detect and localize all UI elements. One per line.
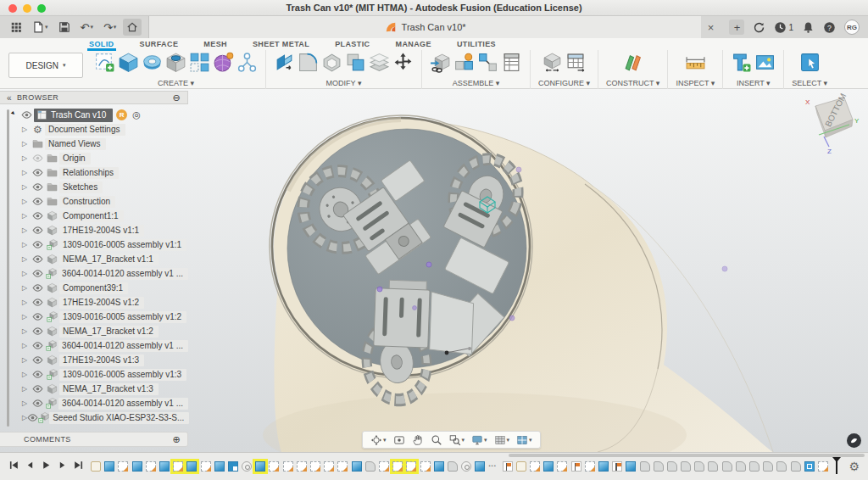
tree-item-label[interactable]: NEMA_17_Bracket v1:3: [59, 383, 159, 395]
timeline-feature-fillet[interactable]: [681, 461, 691, 472]
ribbon-group-label[interactable]: INSPECT ▾: [676, 79, 715, 87]
visibility-eye-icon[interactable]: [31, 210, 45, 221]
expand-arrow-icon[interactable]: ▷: [22, 255, 31, 263]
tree-item-label[interactable]: 1309-0016-0005 assembly v1:3: [59, 369, 186, 381]
visibility-eye-icon[interactable]: [31, 311, 45, 322]
expand-arrow-icon[interactable]: ▷: [22, 154, 31, 162]
timeline-feature-sketch[interactable]: [118, 461, 128, 472]
tree-item-label[interactable]: Named Views: [45, 138, 106, 150]
tree-row[interactable]: ▷3604-0014-0120 assembly v1 ...: [0, 266, 188, 281]
tree-row[interactable]: ▷⚙Document Settings: [0, 122, 188, 137]
ribbon-tab-utilities[interactable]: UTILITIES: [457, 38, 496, 50]
tree-item-label[interactable]: Relationships: [59, 167, 119, 179]
tree-item-label[interactable]: 17HE19-2004S v1:1: [59, 225, 144, 237]
expand-arrow-icon[interactable]: ▷: [22, 226, 31, 234]
tree-row[interactable]: ▷17HE19-2004S v1:2: [0, 295, 188, 310]
timeline-feature-component[interactable]: [255, 461, 265, 472]
timeline-feature-form[interactable]: [91, 461, 101, 472]
visibility-eye-icon[interactable]: [31, 398, 45, 409]
expand-arrow-icon[interactable]: ▷: [22, 198, 31, 205]
expand-arrow-icon[interactable]: ▷: [22, 313, 31, 321]
app-launcher-button[interactable]: [7, 19, 25, 36]
timeline-feature-fillet[interactable]: [708, 461, 718, 472]
fillet-icon[interactable]: [298, 52, 319, 76]
visibility-eye-icon[interactable]: [31, 268, 45, 279]
visibility-eye-icon[interactable]: [31, 181, 45, 193]
tree-item-label[interactable]: Origin: [59, 153, 91, 165]
joint-icon[interactable]: [453, 52, 475, 76]
close-window-button[interactable]: [8, 4, 17, 13]
visibility-eye-icon[interactable]: [31, 225, 45, 236]
create-sketch-icon[interactable]: [94, 52, 115, 76]
timeline-feature-sketch[interactable]: [297, 461, 307, 472]
ribbon-tab-surface[interactable]: SURFACE: [140, 38, 179, 50]
tree-row[interactable]: ▷NEMA_17_Bracket v1:3: [0, 382, 188, 396]
timeline-feature-fillet[interactable]: [791, 461, 801, 472]
tree-row[interactable]: ▷Construction: [0, 194, 188, 209]
as-built-joint-icon[interactable]: [477, 52, 498, 76]
visibility-eye-icon[interactable]: [27, 412, 38, 423]
tree-row[interactable]: ▷1309-0016-0005 assembly v1:1: [0, 237, 188, 252]
orbit-button[interactable]: ▾: [367, 434, 390, 446]
configuration-icon[interactable]: [542, 52, 563, 76]
timeline-feature-component[interactable]: [598, 461, 609, 472]
tree-row[interactable]: ▷Component39:1: [0, 281, 188, 295]
timeline-feature-form[interactable]: [516, 461, 526, 472]
canvas-icon[interactable]: [754, 52, 776, 76]
expand-arrow-icon[interactable]: ▷: [22, 270, 31, 277]
ribbon-tab-sheet-metal[interactable]: SHEET METAL: [253, 38, 309, 50]
rectangular-pattern-icon[interactable]: [189, 52, 210, 76]
tree-row[interactable]: ▷3604-0014-0120 assembly v1 ...: [0, 396, 188, 410]
timeline-feature-fillet[interactable]: [694, 461, 704, 472]
play-button[interactable]: [41, 459, 52, 474]
ribbon-tab-manage[interactable]: MANAGE: [395, 38, 431, 50]
expand-arrow-icon[interactable]: ▷: [22, 169, 31, 176]
viewports-button[interactable]: ▾: [513, 434, 536, 446]
timeline-feature-circular[interactable]: [461, 461, 471, 472]
notifications-bell-icon[interactable]: [802, 21, 815, 34]
tree-row[interactable]: ▷17HE19-2004S v1:1: [0, 223, 188, 237]
expand-arrow-icon[interactable]: ▷: [22, 371, 31, 378]
timeline-feature-component[interactable]: [186, 461, 197, 472]
timeline-feature-sketch[interactable]: [392, 461, 403, 472]
tree-row[interactable]: ▷Named Views: [0, 137, 188, 151]
step-back-button[interactable]: [25, 459, 36, 474]
grid-settings-button[interactable]: ▾: [491, 434, 514, 446]
tree-row[interactable]: ▷Relationships: [0, 165, 188, 180]
collaborator-badge[interactable]: R: [116, 109, 127, 120]
tree-row[interactable]: ▷Sketches: [0, 180, 188, 194]
home-tab-button[interactable]: [123, 19, 142, 36]
expand-arrow-icon[interactable]: ▷: [22, 284, 31, 292]
visibility-eye-icon[interactable]: [31, 153, 45, 164]
avatar[interactable]: RG: [844, 20, 860, 35]
maximize-window-button[interactable]: [37, 4, 46, 13]
timeline-feature-component[interactable]: [543, 461, 554, 472]
tree-item-label[interactable]: NEMA_17_Bracket v1:1: [59, 254, 159, 265]
expand-arrow-icon[interactable]: ▷: [22, 399, 31, 407]
timeline-feature-component[interactable]: [475, 461, 485, 472]
tree-item-label[interactable]: Sketches: [59, 181, 103, 193]
create-form-icon[interactable]: [213, 52, 234, 76]
visibility-eye-icon[interactable]: [31, 297, 45, 308]
undo-button[interactable]: ↶▾: [77, 19, 97, 36]
shell-icon[interactable]: [321, 52, 342, 76]
tree-item-label[interactable]: 1309-0016-0005 assembly v1:2: [59, 311, 186, 323]
ribbon-group-label[interactable]: CONSTRUCT ▾: [606, 79, 659, 87]
tree-item-label[interactable]: Seeed Studio XIAO-ESP32-S3-S...: [49, 412, 189, 424]
minimize-window-button[interactable]: [23, 4, 31, 13]
timeline-feature-flag[interactable]: [612, 461, 622, 472]
timeline-feature-component[interactable]: [626, 461, 636, 472]
extrude-icon[interactable]: [118, 52, 139, 76]
timeline-feature-sketch[interactable]: [283, 461, 293, 472]
visibility-eye-icon[interactable]: [31, 196, 45, 207]
timeline-playhead[interactable]: [836, 459, 837, 474]
timeline-feature-selected[interactable]: [804, 461, 815, 472]
fit-button[interactable]: ▾: [446, 434, 469, 446]
timeline-feature-fillet[interactable]: [667, 461, 677, 472]
timeline-feature-sketch[interactable]: [420, 461, 431, 472]
ribbon-group-label[interactable]: CREATE ▾: [158, 79, 194, 87]
timeline-feature-fillet[interactable]: [776, 461, 787, 472]
move-copy-icon[interactable]: [392, 52, 414, 76]
visibility-eye-icon[interactable]: [31, 326, 45, 337]
timeline-feature-component[interactable]: [159, 461, 170, 472]
